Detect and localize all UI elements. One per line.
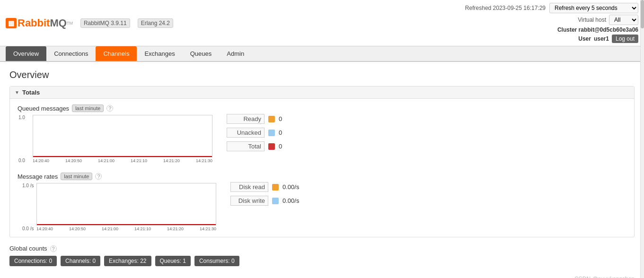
rates-y-top: 1.0 /s	[22, 183, 34, 188]
legend-total-value: 0	[279, 143, 282, 150]
scrollbar[interactable]	[640, 0, 644, 278]
totals-toggle-icon: ▼	[15, 90, 19, 95]
queued-chart-container: Queued messages last minute ? 1.0 0.0	[18, 104, 212, 163]
x-label-2: 14:20:50	[65, 158, 82, 163]
count-consumers: Consumers: 0	[194, 256, 239, 266]
x-label-3: 14:21:00	[98, 158, 115, 163]
logo: ▩ RabbitMQTM	[6, 17, 73, 29]
global-counts-help[interactable]: ?	[50, 245, 57, 252]
queued-title-row: Queued messages last minute ?	[18, 104, 212, 112]
cluster-value: rabbit@0d5cb60e3a06	[579, 26, 638, 33]
rates-y-labels: 1.0 /s 0.0 /s	[22, 183, 34, 231]
x-label-1: 14:20:40	[33, 158, 49, 163]
legend-total-label: Total	[227, 141, 265, 151]
legend-disk-read-value: 0.00/s	[282, 183, 299, 191]
logo-rabbit-text: Rabbit	[18, 17, 50, 29]
legend-ready: Ready 0	[227, 114, 626, 124]
tab-admin[interactable]: Admin	[219, 46, 252, 61]
totals-body: Queued messages last minute ? 1.0 0.0	[10, 99, 634, 237]
counts-row: Connections: 0 Channels: 0 Exchanges: 22…	[9, 256, 635, 266]
queued-y-top: 1.0	[18, 115, 25, 120]
legend-disk-write-value: 0.00/s	[282, 197, 299, 204]
watermark: CSDN @suyukangchen	[0, 274, 644, 278]
queued-title: Queued messages	[18, 105, 69, 112]
queued-chart-area: 1.0 0.0 14:20:40 14:20:50 14:21:00 14:21…	[33, 115, 212, 163]
rates-legend: Disk read 0.00/s Disk write 0.00/s	[230, 182, 626, 206]
legend-total-color	[268, 143, 275, 150]
user-value: user1	[594, 35, 609, 42]
queued-y-bottom: 0.0	[18, 158, 25, 163]
totals-label: Totals	[22, 89, 40, 96]
tab-exchanges[interactable]: Exchanges	[137, 46, 182, 61]
legend-unacked-color	[268, 130, 275, 136]
rates-chart-container: Message rates last minute ? 1.0 /s 0.0 /…	[18, 173, 216, 231]
queued-chart-line	[33, 156, 212, 157]
totals-section: ▼ Totals Queued messages last minute ? 1…	[9, 86, 635, 237]
logo-area: ▩ RabbitMQTM RabbitMQ 3.9.11 Erlang 24.2	[6, 17, 173, 29]
vhost-select[interactable]: All /	[609, 15, 638, 25]
rx-label-4: 14:21:10	[134, 226, 151, 231]
header-right: Refreshed 2023-09-25 16:17:29 Refresh ev…	[465, 3, 638, 43]
tab-channels[interactable]: Channels	[96, 46, 137, 61]
message-rates-section: Message rates last minute ? 1.0 /s 0.0 /…	[18, 173, 626, 231]
x-label-4: 14:21:10	[131, 158, 147, 163]
count-connections: Connections: 0	[9, 256, 57, 266]
refresh-row: Refreshed 2023-09-25 16:17:29 Refresh ev…	[465, 3, 638, 13]
rates-title: Message rates	[18, 173, 58, 180]
refreshed-text: Refreshed 2023-09-25 16:17:29	[465, 5, 546, 11]
vhost-label: Virtual host	[578, 17, 606, 23]
rx-label-2: 14:20:50	[69, 226, 86, 231]
main-content: Overview ▼ Totals Queued messages last m…	[0, 62, 644, 274]
tab-queues[interactable]: Queues	[183, 46, 220, 61]
cluster-row: Cluster rabbit@0d5cb60e3a06	[557, 26, 638, 33]
x-label-5: 14:21:20	[163, 158, 180, 163]
user-label-text: User	[578, 35, 591, 42]
user-row: User user1 Log out	[578, 35, 638, 43]
logo-mq-text: MQ	[50, 17, 66, 29]
cluster-label-text: Cluster	[557, 26, 577, 33]
rates-badge: last minute	[61, 173, 92, 180]
scrollbar-thumb[interactable]	[641, 0, 644, 28]
count-exchanges: Exchanges: 22	[104, 256, 151, 266]
rx-label-6: 14:21:30	[200, 226, 216, 231]
legend-ready-color	[268, 116, 275, 122]
logout-button[interactable]: Log out	[612, 35, 638, 43]
rates-x-labels: 14:20:40 14:20:50 14:21:00 14:21:10 14:2…	[36, 226, 216, 231]
erlang-version: Erlang 24.2	[138, 18, 173, 28]
rx-label-5: 14:21:20	[167, 226, 184, 231]
rates-chart	[36, 183, 216, 226]
legend-total: Total 0	[227, 141, 626, 151]
rates-chart-area: 1.0 /s 0.0 /s 14:20:40 14:20:50 14:21:00…	[36, 183, 216, 231]
logo-icon: ▩	[6, 18, 17, 28]
queued-badge: last minute	[72, 104, 104, 112]
rx-label-1: 14:20:40	[36, 226, 53, 231]
legend-ready-label: Ready	[227, 114, 265, 124]
nav-bar: Overview Connections Channels Exchanges …	[0, 46, 644, 62]
totals-header[interactable]: ▼ Totals	[10, 87, 634, 99]
queued-messages-section: Queued messages last minute ? 1.0 0.0	[18, 104, 626, 163]
rates-help[interactable]: ?	[95, 173, 102, 180]
queued-y-labels: 1.0 0.0	[18, 115, 25, 163]
legend-unacked-value: 0	[279, 129, 282, 136]
rx-label-3: 14:21:00	[102, 226, 118, 231]
logo-tm-text: TM	[67, 21, 73, 26]
global-counts-area: Global counts ? Connections: 0 Channels:…	[9, 245, 635, 266]
legend-disk-read-color	[272, 184, 279, 191]
legend-disk-write-label: Disk write	[230, 196, 268, 206]
header: ▩ RabbitMQTM RabbitMQ 3.9.11 Erlang 24.2…	[0, 0, 644, 46]
global-counts-label: Global counts	[9, 245, 47, 252]
rates-chart-line	[37, 224, 216, 225]
count-channels: Channels: 0	[61, 256, 100, 266]
tab-connections[interactable]: Connections	[46, 46, 96, 61]
rates-title-row: Message rates last minute ?	[18, 173, 216, 180]
vhost-row: Virtual host All /	[578, 15, 638, 25]
legend-disk-read: Disk read 0.00/s	[230, 182, 626, 192]
legend-unacked-label: Unacked	[227, 128, 265, 138]
tab-overview[interactable]: Overview	[6, 46, 46, 61]
legend-unacked: Unacked 0	[227, 128, 626, 138]
queued-help[interactable]: ?	[106, 105, 113, 112]
refresh-select[interactable]: Refresh every 5 seconds Refresh every 10…	[549, 3, 638, 13]
x-label-6: 14:21:30	[196, 158, 212, 163]
legend-ready-value: 0	[279, 115, 282, 122]
rates-y-bottom: 0.0 /s	[22, 226, 34, 231]
